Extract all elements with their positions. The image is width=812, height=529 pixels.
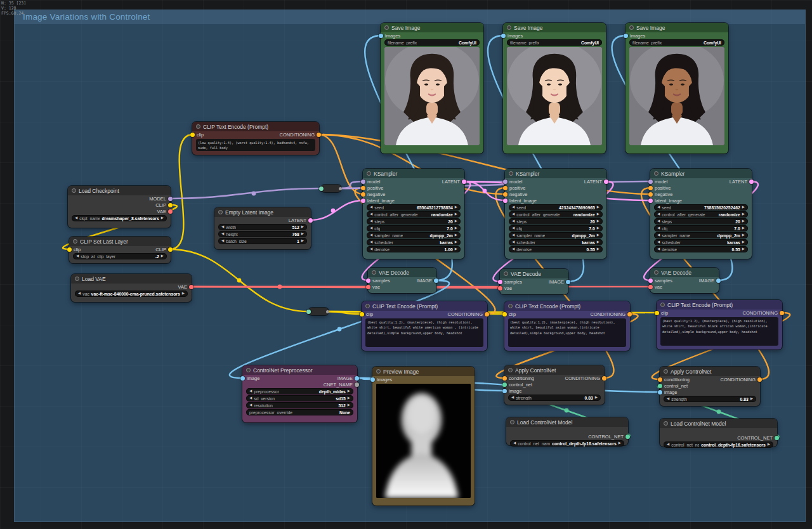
input-slot-vae[interactable] — [366, 285, 370, 289]
increment-arrow-icon[interactable]: ▶ — [161, 216, 164, 220]
widget-filename_prefix[interactable]: filename_prefixComfyUI — [384, 39, 480, 46]
reroute-dot[interactable] — [319, 186, 324, 191]
widget-cfg[interactable]: ◀cfg7.0▶ — [509, 225, 603, 232]
widget-control_net_name[interactable]: ◀control_net_namecontrol_depth-fp16.safe… — [664, 441, 773, 448]
decrement-arrow-icon[interactable]: ◀ — [657, 247, 660, 251]
input-slot-image[interactable] — [240, 376, 245, 381]
collapse-dot[interactable] — [664, 369, 668, 374]
node-apply-controlnet-2[interactable]: Apply ControlNetconditioningCONDITIONING… — [660, 367, 760, 406]
decrement-arrow-icon[interactable]: ◀ — [512, 212, 514, 216]
input-slot-clip[interactable] — [67, 247, 72, 252]
increment-arrow-icon[interactable]: ▶ — [742, 247, 745, 251]
input-slot-positive[interactable] — [503, 186, 508, 190]
node-ksampler-2[interactable]: KSamplermodelLATENTpositivenegativelaten… — [505, 169, 606, 259]
increment-arrow-icon[interactable]: ▶ — [597, 212, 599, 216]
widget-sampler_name[interactable]: ◀sampler_namedpmpp_2m▶ — [509, 232, 603, 238]
node-preview-image[interactable]: Preview Imageimages — [372, 367, 475, 506]
group-title[interactable]: Image Variations with Controlnet — [15, 10, 805, 24]
input-slot-image[interactable] — [502, 389, 507, 393]
increment-arrow-icon[interactable]: ▶ — [742, 212, 745, 216]
input-slot-vae[interactable] — [498, 286, 502, 291]
increment-arrow-icon[interactable]: ▶ — [161, 254, 164, 258]
widget-strength[interactable]: ◀strength0.83▶ — [664, 396, 756, 402]
output-slot-IMAGE[interactable] — [434, 278, 438, 283]
increment-arrow-icon[interactable]: ▶ — [348, 396, 350, 400]
collapse-dot[interactable] — [629, 25, 634, 30]
widget-preprocessor[interactable]: ◀preprocessordepth_midas▶ — [246, 388, 353, 395]
increment-arrow-icon[interactable]: ▶ — [742, 206, 745, 209]
input-slot-clip[interactable] — [190, 133, 195, 137]
decrement-arrow-icon[interactable]: ◀ — [667, 443, 669, 447]
decrement-arrow-icon[interactable]: ◀ — [657, 233, 660, 237]
widget-control_after_generate[interactable]: ◀control_after_generaterandomize▶ — [654, 211, 748, 218]
widget-control_after_generate[interactable]: ◀control_after_generaterandomize▶ — [509, 211, 603, 218]
input-slot-conditioning[interactable] — [502, 376, 507, 381]
input-slot-latent_image[interactable] — [648, 199, 653, 203]
widget-width[interactable]: ◀width512▶ — [218, 224, 307, 230]
increment-arrow-icon[interactable]: ▶ — [619, 441, 621, 445]
input-slot-samples[interactable] — [366, 278, 370, 283]
widget-seed[interactable]: ◀seed423243478690965▶ — [509, 204, 603, 211]
increment-arrow-icon[interactable]: ▶ — [597, 226, 599, 230]
input-slot-model[interactable] — [361, 180, 365, 184]
node-load-controlnet-model-1[interactable]: Load ControlNet ModelCONTROL_NET◀control… — [506, 417, 628, 445]
collapse-dot[interactable] — [654, 171, 658, 176]
decrement-arrow-icon[interactable]: ◀ — [78, 292, 81, 296]
decrement-arrow-icon[interactable]: ◀ — [370, 206, 372, 209]
reroute-dot[interactable] — [306, 310, 311, 314]
output-slot-IMAGE[interactable] — [566, 280, 570, 284]
increment-arrow-icon[interactable]: ▶ — [301, 239, 304, 243]
increment-arrow-icon[interactable]: ▶ — [768, 443, 770, 447]
decrement-arrow-icon[interactable]: ◀ — [511, 396, 514, 400]
output-slot-IMAGE[interactable] — [716, 278, 721, 283]
increment-arrow-icon[interactable]: ▶ — [597, 240, 599, 244]
input-slot-images[interactable] — [370, 377, 375, 382]
output-slot-CONTROL_NET[interactable] — [775, 436, 779, 440]
decrement-arrow-icon[interactable]: ◀ — [370, 247, 372, 251]
input-slot-vae[interactable] — [648, 285, 653, 289]
collapse-dot[interactable] — [75, 277, 79, 281]
increment-arrow-icon[interactable]: ▶ — [455, 240, 457, 244]
node-clip-text-encode-positive-2[interactable]: CLIP Text Encode (Prompt)clipCONDITIONIN… — [504, 301, 630, 351]
widget-filename_prefix[interactable]: filename_prefixComfyUI — [629, 39, 724, 46]
widget-scheduler[interactable]: ◀schedulerkarras▶ — [367, 239, 461, 245]
decrement-arrow-icon[interactable]: ◀ — [512, 219, 514, 223]
collapse-dot[interactable] — [654, 270, 658, 275]
collapse-dot[interactable] — [367, 171, 371, 176]
node-load-controlnet-model-2[interactable]: Load ControlNet ModelCONTROL_NET◀control… — [660, 419, 777, 447]
input-slot-clip[interactable] — [502, 312, 507, 317]
output-slot-CONDITIONING[interactable] — [602, 376, 606, 381]
decrement-arrow-icon[interactable]: ◀ — [221, 232, 224, 236]
output-slot-CONTROL_NET[interactable] — [625, 434, 630, 439]
increment-arrow-icon[interactable]: ▶ — [455, 233, 457, 237]
input-slot-images[interactable] — [501, 34, 506, 38]
output-slot-MODEL[interactable] — [168, 197, 173, 201]
widget-ckpt_name[interactable]: ◀ckpt_namedreamshaper_8.safetensors▶ — [72, 215, 167, 221]
node-vae-decode-3[interactable]: VAE DecodesamplesIMAGEvae — [650, 268, 719, 293]
output-slot-CONDITIONING[interactable] — [627, 312, 632, 317]
input-slot-samples[interactable] — [498, 280, 502, 284]
output-slot-CONDITIONING[interactable] — [317, 133, 321, 137]
collapse-dot[interactable] — [507, 25, 511, 30]
widget-steps[interactable]: ◀steps20▶ — [654, 218, 748, 225]
decrement-arrow-icon[interactable]: ◀ — [657, 212, 660, 216]
increment-arrow-icon[interactable]: ▶ — [301, 225, 304, 229]
widget-control_after_generate[interactable]: ◀control_after_generaterandomize▶ — [367, 211, 461, 218]
increment-arrow-icon[interactable]: ▶ — [597, 247, 599, 251]
increment-arrow-icon[interactable]: ▶ — [742, 219, 745, 223]
increment-arrow-icon[interactable]: ▶ — [597, 233, 599, 237]
decrement-arrow-icon[interactable]: ◀ — [512, 240, 514, 244]
reroute-out-dot[interactable] — [326, 310, 329, 313]
increment-arrow-icon[interactable]: ▶ — [348, 403, 350, 407]
node-apply-controlnet-1[interactable]: Apply ControlNetconditioningCONDITIONING… — [504, 365, 605, 405]
increment-arrow-icon[interactable]: ▶ — [455, 226, 457, 230]
widget-denoise[interactable]: ◀denoise1.00▶ — [367, 246, 461, 252]
decrement-arrow-icon[interactable]: ◀ — [221, 225, 224, 229]
widget-seed[interactable]: ◀seed655045212758854▶ — [367, 204, 461, 211]
node-save-image-2[interactable]: Save Imageimagesfilename_prefixComfyUI — [503, 23, 606, 153]
collapse-dot[interactable] — [246, 368, 251, 372]
decrement-arrow-icon[interactable]: ◀ — [370, 240, 372, 244]
reroute-out-dot[interactable] — [339, 187, 342, 190]
input-slot-latent_image[interactable] — [361, 199, 365, 203]
decrement-arrow-icon[interactable]: ◀ — [512, 206, 514, 209]
